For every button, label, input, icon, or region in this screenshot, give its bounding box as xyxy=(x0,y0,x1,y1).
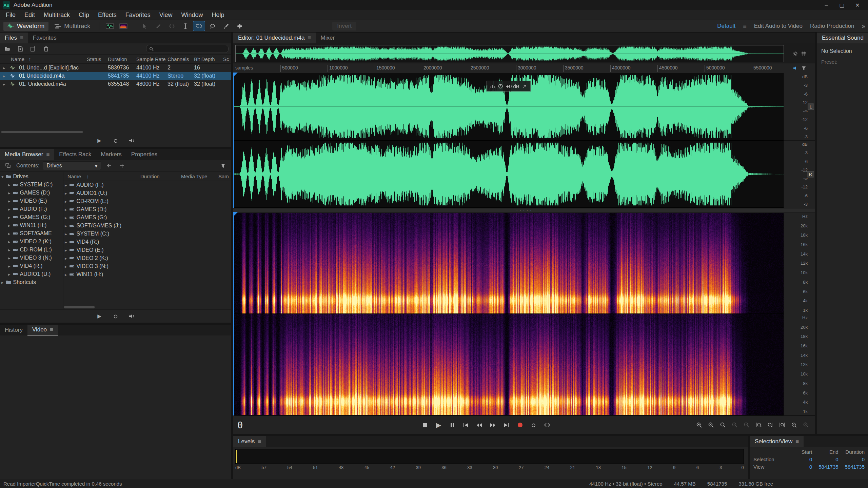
loop-playback-button[interactable] xyxy=(528,420,540,430)
view-end[interactable]: 5841735 xyxy=(812,464,838,470)
drive-list-item[interactable]: ▸ CD-ROM (L:) xyxy=(63,197,231,205)
chevron-right-icon[interactable]: ▸ xyxy=(0,65,8,70)
contents-dropdown[interactable]: Drives ▾ xyxy=(43,161,101,170)
tree-item-drive[interactable]: ▸ SYSTEM (C:) xyxy=(0,181,63,189)
tab-selection-view[interactable]: Selection/View ≡ xyxy=(750,436,804,447)
spectral-display[interactable] xyxy=(233,213,784,415)
drive-list-item[interactable]: ▸ VIDEO (E:) xyxy=(63,246,231,254)
chevron-right-icon[interactable]: ▸ xyxy=(8,272,11,277)
play-button[interactable]: ▶ xyxy=(433,420,445,430)
menu-item[interactable]: Window xyxy=(177,10,208,20)
selection-start[interactable]: 0 xyxy=(786,456,812,462)
zoom-full-button[interactable] xyxy=(718,421,728,429)
chevron-right-icon[interactable]: ▸ xyxy=(65,256,67,261)
zoom-out-amplitude-button[interactable] xyxy=(742,421,752,429)
gain-hud[interactable]: +0 dB xyxy=(486,81,531,92)
drive-list-item[interactable]: ▸ VIDEO 2 (K:) xyxy=(63,254,231,262)
skip-to-start-button[interactable] xyxy=(460,420,472,430)
drive-list-item[interactable]: ▸ SOFT/GAMES (J:) xyxy=(63,222,231,230)
waveform-view-button[interactable]: Waveform xyxy=(3,22,48,31)
filter-funnel-icon[interactable] xyxy=(802,66,806,70)
chevron-right-icon[interactable]: ▸ xyxy=(65,183,67,188)
tree-item-drive[interactable]: ▸ VIDEO 2 (K:) xyxy=(0,238,63,246)
tree-item-drive[interactable]: ▸ CD-ROM (L:) xyxy=(0,246,63,254)
chevron-right-icon[interactable]: ▸ xyxy=(8,190,11,196)
chevron-right-icon[interactable]: ▸ xyxy=(65,191,67,196)
chevron-right-icon[interactable]: ▸ xyxy=(8,207,11,212)
column-duration[interactable]: Duration xyxy=(138,174,179,179)
loop-button[interactable] xyxy=(111,137,120,144)
waveform-channel-right[interactable] xyxy=(233,141,784,208)
invert-button[interactable]: Invert xyxy=(332,22,356,30)
tree-item-drive[interactable]: ▸ GAMES (D:) xyxy=(0,189,63,197)
paintbrush-selection-tool-button[interactable] xyxy=(220,21,232,31)
column-sample-rate[interactable]: Sam xyxy=(216,174,231,179)
chevron-right-icon[interactable]: ▸ xyxy=(8,231,11,236)
tab-media-browser[interactable]: Media Browser ≡ xyxy=(0,149,54,160)
time-display[interactable]: 0 xyxy=(237,420,278,430)
drive-list-item[interactable]: ▸ AUDIO (F:) xyxy=(63,181,231,189)
new-item-button[interactable] xyxy=(28,45,38,53)
slip-tool-button[interactable] xyxy=(166,21,178,31)
column-channels[interactable]: Channels xyxy=(166,56,193,62)
files-search[interactable] xyxy=(146,45,229,53)
column-status[interactable]: Status xyxy=(85,56,106,62)
drive-list-item[interactable]: ▸ VIDEO 3 (N:) xyxy=(63,262,231,270)
column-sc[interactable]: Sc xyxy=(222,56,231,62)
panel-menu-icon[interactable]: ≡ xyxy=(46,151,50,158)
chevron-right-icon[interactable]: ▸ xyxy=(8,199,11,204)
tab-markers[interactable]: Markers xyxy=(96,149,126,160)
play-button[interactable]: ▶ xyxy=(95,312,104,320)
chevron-right-icon[interactable]: ▸ xyxy=(65,223,67,228)
hud-knob-icon[interactable] xyxy=(498,84,503,89)
column-bit-depth[interactable]: Bit Depth xyxy=(193,56,222,62)
workspace-radio-production[interactable]: Radio Production xyxy=(810,23,854,29)
skip-selection-button[interactable] xyxy=(541,420,553,430)
search-input[interactable] xyxy=(156,46,225,52)
channel-badge[interactable]: R xyxy=(807,171,814,178)
close-button[interactable]: ✕ xyxy=(850,0,865,10)
tree-root-drives[interactable]: ▾ Drives xyxy=(0,172,63,181)
chevron-right-icon[interactable]: ▸ xyxy=(65,272,67,277)
open-file-button[interactable] xyxy=(3,45,12,53)
level-meter[interactable] xyxy=(235,449,744,464)
chevron-right-icon[interactable]: ▸ xyxy=(8,239,11,244)
playhead[interactable] xyxy=(233,73,234,208)
tree-item-drive[interactable]: ▸ VID4 (R:) xyxy=(0,262,63,270)
panel-menu-icon[interactable]: ≡ xyxy=(795,438,799,445)
chevron-right-icon[interactable]: ▸ xyxy=(65,248,67,253)
file-row-selected[interactable]: ▸ 01 Undecided.m4a 5841735 44100 Hz Ster… xyxy=(0,72,231,80)
grid-view-icon[interactable] xyxy=(801,51,806,56)
import-file-button[interactable] xyxy=(16,45,25,53)
horizontal-scrollbar[interactable] xyxy=(1,131,83,133)
menu-item[interactable]: Clip xyxy=(74,10,94,20)
spectral-channel-left[interactable] xyxy=(233,213,784,314)
drive-list-item[interactable]: ▸ GAMES (G:) xyxy=(63,214,231,222)
panel-menu-icon[interactable]: ≡ xyxy=(20,35,23,41)
chevron-right-icon[interactable]: ▸ xyxy=(8,264,11,269)
multitrack-view-button[interactable]: Multitrack xyxy=(51,22,94,31)
chevron-right-icon[interactable]: ▸ xyxy=(65,231,67,237)
fast-forward-button[interactable] xyxy=(487,420,499,430)
tree-item-drive[interactable]: ▸ VIDEO 3 (N:) xyxy=(0,254,63,262)
zoom-options-button[interactable] xyxy=(801,421,811,429)
chevron-right-icon[interactable]: ▸ xyxy=(65,264,67,269)
drive-list-item[interactable]: ▸ VID4 (R:) xyxy=(63,238,231,246)
tab-effects-rack[interactable]: Effects Rack xyxy=(54,149,96,160)
play-button[interactable]: ▶ xyxy=(95,137,104,144)
chevron-right-icon[interactable]: ▸ xyxy=(65,215,67,220)
chevron-right-icon[interactable]: ▸ xyxy=(0,82,8,87)
column-name[interactable]: Name ↑ xyxy=(63,174,138,179)
menu-item[interactable]: File xyxy=(1,10,20,20)
zoom-in-right-selection-button[interactable] xyxy=(765,421,775,429)
tab-video[interactable]: Video ≡ xyxy=(27,325,58,336)
menu-item[interactable]: Favorites xyxy=(121,10,155,20)
horizontal-scrollbar[interactable] xyxy=(64,306,95,308)
workspace-default[interactable]: Default xyxy=(717,23,735,29)
playhead[interactable] xyxy=(233,213,234,415)
menu-item[interactable]: Effects xyxy=(94,10,121,20)
view-duration[interactable]: 5841735 xyxy=(839,464,865,470)
chevron-right-icon[interactable]: ▸ xyxy=(8,215,11,220)
column-name[interactable]: Name ↑ xyxy=(8,56,85,62)
tab-editor[interactable]: Editor: 01 Undecided.m4a ≡ xyxy=(233,33,316,43)
